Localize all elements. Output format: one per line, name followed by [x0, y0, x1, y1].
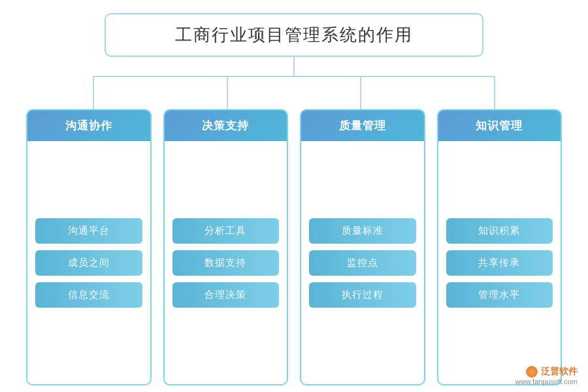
- col-item-col3-2: 执行过程: [309, 282, 416, 308]
- col-items-col4: 知识积累共享传承管理水平: [438, 141, 561, 384]
- col-header-col2: 决策支持: [165, 110, 287, 141]
- column-col1: 沟通协作沟通平台成员之间信息交流: [26, 109, 152, 385]
- col-item-col1-2: 信息交流: [35, 282, 142, 308]
- col-item-col4-2: 管理水平: [446, 282, 553, 308]
- col-item-col2-2: 合理决策: [172, 282, 280, 308]
- watermark: 泛普软件 www.fanpusoft.com: [515, 366, 578, 385]
- col-item-col3-1: 监控点: [309, 250, 416, 276]
- col-items-col1: 沟通平台成员之间信息交流: [27, 141, 150, 384]
- title-text: 工商行业项目管理系统的作用: [175, 25, 413, 44]
- brand-name: 泛普软件: [541, 366, 578, 378]
- col-header-col4: 知识管理: [438, 110, 561, 141]
- col-item-col2-1: 数据支持: [172, 250, 280, 276]
- col-items-col2: 分析工具数据支持合理决策: [165, 141, 287, 384]
- col-item-col3-0: 质量标准: [309, 218, 416, 244]
- col-item-col2-0: 分析工具: [172, 218, 280, 244]
- col-header-col1: 沟通协作: [27, 110, 150, 141]
- col-item-col1-1: 成员之间: [35, 250, 142, 276]
- page-title: 工商行业项目管理系统的作用: [105, 13, 483, 57]
- columns-area: 沟通协作沟通平台成员之间信息交流决策支持分析工具数据支持合理决策质量管理质量标准…: [26, 109, 562, 385]
- col-item-col1-0: 沟通平台: [35, 218, 142, 244]
- col-items-col3: 质量标准监控点执行过程: [301, 141, 424, 384]
- col-header-col3: 质量管理: [301, 110, 424, 141]
- page-wrapper: 工商行业项目管理系统的作用 沟通协作沟通平台成员之间信息交流决策支持分析工具数据…: [0, 0, 588, 392]
- column-col4: 知识管理知识积累共享传承管理水平: [437, 109, 563, 385]
- watermark-url: www.fanpusoft.com: [515, 378, 578, 385]
- logo-icon: [526, 366, 538, 378]
- col-item-col4-1: 共享传承: [446, 250, 553, 276]
- connector-lines: [26, 57, 562, 109]
- column-col3: 质量管理质量标准监控点执行过程: [300, 109, 425, 385]
- column-col2: 决策支持分析工具数据支持合理决策: [163, 109, 289, 385]
- col-item-col4-0: 知识积累: [446, 218, 553, 244]
